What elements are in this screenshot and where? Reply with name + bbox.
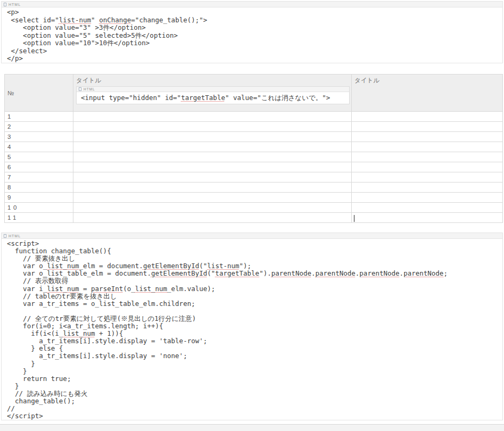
code-line[interactable]: var a_tr_items = o_list_table_elm.childr… <box>7 300 502 308</box>
row-number-cell[interactable]: 6 <box>5 162 73 172</box>
row-title-cell-2[interactable] <box>352 132 503 142</box>
table-row: 6 <box>5 162 503 172</box>
spellcheck-underline[interactable]: list_num <box>63 329 95 337</box>
row-number-cell[interactable]: 7 <box>5 172 73 183</box>
header-title-label: タイトル <box>76 77 350 85</box>
spellcheck-underline[interactable]: targetTable <box>215 269 259 277</box>
spellcheck-underline[interactable]: list_num <box>47 262 79 270</box>
row-title-cell-1[interactable] <box>73 152 352 162</box>
row-number-cell[interactable]: 1 <box>5 112 73 122</box>
editor-page: HTML <p> <select id="list-num" onChange=… <box>0 0 504 431</box>
row-title-cell-2[interactable] <box>352 122 503 132</box>
row-number-cell[interactable]: 5 <box>5 152 73 162</box>
code-line[interactable]: // 全てのtr要素に対して処理(※見出しの1行分に注意) <box>7 315 502 322</box>
row-title-cell-2[interactable] <box>352 112 503 122</box>
table-row: 2 <box>5 122 503 132</box>
spellcheck-underline[interactable]: getElementById <box>143 262 199 270</box>
code-line[interactable]: } <box>7 360 502 368</box>
row-title-cell-2[interactable] <box>352 152 503 162</box>
row-title-cell-1[interactable] <box>73 203 352 213</box>
code-line[interactable]: var i_list_num = parseInt(o_list_num_elm… <box>7 285 502 293</box>
header-cell-title-1[interactable]: タイトル HTML <input type="hidden" id="targe… <box>73 74 352 112</box>
code-editor-area[interactable]: <input type="hidden" id="targetTable" va… <box>77 92 349 104</box>
code-line[interactable]: a_tr_items[i].style.display = 'none'; <box>7 352 502 360</box>
row-title-cell-2[interactable] <box>352 162 503 172</box>
code-line[interactable]: <option value="10">10件</option> <box>7 39 502 47</box>
row-number-cell[interactable]: 8 <box>5 183 73 193</box>
row-number-cell[interactable]: 10 <box>5 203 73 213</box>
code-line[interactable]: a_tr_items[i].style.display = 'table-row… <box>7 337 502 345</box>
code-line[interactable]: <select id="list-num" onChange="change_t… <box>7 16 502 24</box>
table-row: 7 <box>5 172 503 183</box>
row-title-cell-2[interactable] <box>352 193 503 203</box>
html-badge-label: HTML <box>84 87 95 91</box>
code-line[interactable]: var o_list_num_elm = document.getElement… <box>7 262 502 270</box>
html-code-block-select[interactable]: HTML <p> <select id="list-num" onChange=… <box>1 1 503 63</box>
row-number-cell[interactable]: 3 <box>5 132 73 142</box>
code-line[interactable]: // 要素抜き出し <box>7 255 502 262</box>
html-doc-icon <box>79 87 81 91</box>
code-line[interactable]: // <box>7 405 502 412</box>
code-line[interactable]: </select> <box>7 47 502 55</box>
code-editor-area[interactable]: <script> function change_table(){ // 要素抜… <box>2 239 502 421</box>
code-line[interactable]: </p> <box>7 55 502 63</box>
code-line[interactable]: // 読み込み時にも発火 <box>7 390 502 397</box>
code-line[interactable]: if(i<(i_list_num + 1)){ <box>7 330 502 337</box>
spellcheck-underline[interactable]: list-num <box>207 262 239 270</box>
spellcheck-underline[interactable]: list_num <box>135 285 167 293</box>
spellcheck-underline[interactable]: parentNode <box>316 269 356 277</box>
table-header-row: № タイトル HTML <input type="hidden" id="tar… <box>5 74 503 112</box>
html-code-block-hidden-input[interactable]: HTML <input type="hidden" id="targetTabl… <box>76 86 350 104</box>
code-line[interactable] <box>7 308 502 315</box>
html-block-badge: HTML <box>77 87 349 92</box>
header-cell-title-2[interactable]: タイトル <box>352 74 503 112</box>
code-line[interactable]: return true; <box>7 375 502 383</box>
row-title-cell-2[interactable] <box>352 203 503 213</box>
row-title-cell-2[interactable] <box>352 172 503 183</box>
spellcheck-underline[interactable]: getElementById <box>151 269 207 277</box>
code-line[interactable]: <p> <box>7 9 502 16</box>
row-title-cell-1[interactable] <box>73 172 352 183</box>
code-line[interactable]: </script> <box>7 412 502 420</box>
spellcheck-underline[interactable]: parentNode <box>359 269 399 277</box>
code-line[interactable]: <script> <box>7 240 502 247</box>
spellcheck-underline[interactable]: targetTable <box>181 94 225 102</box>
code-line[interactable]: } <box>7 368 502 375</box>
code-line[interactable]: // tableのtr要素を抜き出し <box>7 293 502 300</box>
spellcheck-underline[interactable]: list_num <box>47 285 79 293</box>
code-line[interactable]: function change_table(){ <box>7 247 502 255</box>
code-line[interactable]: <option value="3" >3件</option> <box>7 24 502 32</box>
spellcheck-underline[interactable]: list-num <box>59 16 91 24</box>
code-line[interactable]: var o_list_table_elm = document.getEleme… <box>7 270 502 277</box>
row-title-cell-1[interactable] <box>73 132 352 142</box>
spellcheck-underline[interactable]: onChange <box>99 16 131 24</box>
row-number-cell[interactable]: 4 <box>5 142 73 152</box>
row-title-cell-1[interactable] <box>73 162 352 172</box>
row-title-cell-1[interactable] <box>73 213 352 223</box>
code-line[interactable]: } <box>7 383 502 390</box>
code-line[interactable]: // 表示数取得 <box>7 277 502 285</box>
spellcheck-underline[interactable]: parseInt <box>91 285 123 293</box>
row-title-cell-1[interactable] <box>73 193 352 203</box>
spellcheck-underline[interactable]: parentNode <box>403 269 443 277</box>
row-title-cell-2[interactable] <box>352 142 503 152</box>
code-editor-area[interactable]: <p> <select id="list-num" onChange="chan… <box>2 7 502 64</box>
row-number-cell[interactable]: 2 <box>5 122 73 132</box>
row-title-cell-1[interactable] <box>73 183 352 193</box>
row-title-cell-1[interactable] <box>73 142 352 152</box>
code-line[interactable]: <option value="5" selected>5件</option> <box>7 32 502 40</box>
row-title-cell-2[interactable] <box>352 213 503 223</box>
row-number-cell[interactable]: 9 <box>5 193 73 203</box>
code-line[interactable]: for(i=0; i<a_tr_items.length; i++){ <box>7 322 502 330</box>
code-line[interactable]: change_table(); <box>7 397 502 405</box>
row-title-cell-2[interactable] <box>352 183 503 193</box>
html-code-block-script[interactable]: HTML <script> function change_table(){ /… <box>1 233 503 420</box>
text-caret <box>354 215 354 222</box>
row-number-cell[interactable]: 11 <box>5 213 73 223</box>
row-title-cell-1[interactable] <box>73 112 352 122</box>
header-cell-no[interactable]: № <box>5 74 73 112</box>
code-line[interactable]: } else { <box>7 345 502 352</box>
code-line[interactable]: <input type="hidden" id="targetTable" va… <box>81 93 349 103</box>
spellcheck-underline[interactable]: parentNode <box>271 269 311 277</box>
row-title-cell-1[interactable] <box>73 122 352 132</box>
